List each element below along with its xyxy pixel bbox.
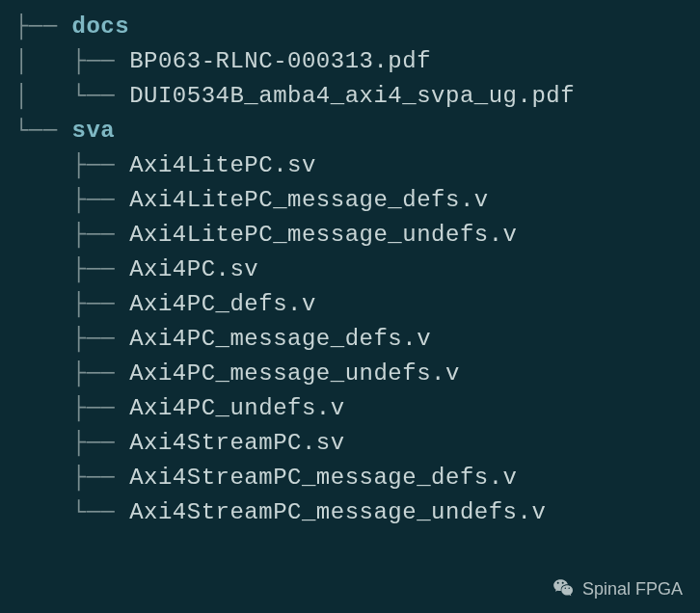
tree-connector: ├── xyxy=(0,395,129,421)
file-label: Axi4LitePC.sv xyxy=(129,152,316,178)
tree-file: ├── Axi4LitePC_message_undefs.v xyxy=(0,218,700,253)
tree-file: ├── Axi4PC_message_defs.v xyxy=(0,322,700,357)
file-label: Axi4PC_message_defs.v xyxy=(129,326,431,352)
tree-connector: ├── xyxy=(0,13,72,40)
tree-file: ├── Axi4PC_message_undefs.v xyxy=(0,357,700,391)
tree-connector: │ ├── xyxy=(0,48,129,74)
file-label: Axi4PC_defs.v xyxy=(129,291,316,317)
tree-file: ├── Axi4LitePC.sv xyxy=(0,148,700,183)
tree-connector: ├── xyxy=(0,222,129,248)
tree-connector: ├── xyxy=(0,256,129,282)
tree-file: │ ├── BP063-RLNC-000313.pdf xyxy=(0,44,700,79)
tree-file: ├── Axi4PC_defs.v xyxy=(0,287,700,322)
file-label: Axi4PC_undefs.v xyxy=(129,395,345,421)
file-label: DUI0534B_amba4_axi4_svpa_ug.pdf xyxy=(129,83,575,109)
tree-connector: │ └── xyxy=(0,83,129,109)
wechat-icon xyxy=(552,576,577,601)
file-label: Axi4StreamPC.sv xyxy=(129,430,345,456)
tree-connector: ├── xyxy=(0,326,129,352)
tree-file: └── Axi4StreamPC_message_undefs.v xyxy=(0,495,700,530)
file-label: Axi4StreamPC_message_defs.v xyxy=(129,465,517,491)
tree-file: ├── Axi4StreamPC_message_defs.v xyxy=(0,461,700,495)
file-label: Axi4StreamPC_message_undefs.v xyxy=(129,499,546,525)
tree-connector: └── xyxy=(0,118,72,144)
tree-file: ├── Axi4PC.sv xyxy=(0,253,700,287)
tree-file: ├── Axi4PC_undefs.v xyxy=(0,391,700,426)
tree-dir: ├── docs xyxy=(0,10,700,44)
tree-connector: ├── xyxy=(0,187,129,213)
watermark-text: Spinal FPGA xyxy=(582,579,683,600)
tree-connector: ├── xyxy=(0,360,129,386)
tree-file: │ └── DUI0534B_amba4_axi4_svpa_ug.pdf xyxy=(0,79,700,114)
dir-label: sva xyxy=(72,118,116,144)
file-label: Axi4LitePC_message_defs.v xyxy=(129,187,489,213)
file-label: Axi4PC.sv xyxy=(129,256,258,282)
file-label: Axi4LitePC_message_undefs.v xyxy=(129,222,517,248)
tree-file: ├── Axi4LitePC_message_defs.v xyxy=(0,183,700,218)
tree-dir: └── sva xyxy=(0,114,700,148)
file-label: BP063-RLNC-000313.pdf xyxy=(129,48,431,74)
watermark: Spinal FPGA xyxy=(552,576,683,601)
tree-connector: ├── xyxy=(0,152,129,178)
dir-label: docs xyxy=(72,13,130,40)
file-tree: ├── docs │ ├── BP063-RLNC-000313.pdf │ └… xyxy=(0,10,700,530)
tree-file: ├── Axi4StreamPC.sv xyxy=(0,426,700,461)
tree-connector: ├── xyxy=(0,430,129,456)
tree-connector: ├── xyxy=(0,291,129,317)
file-label: Axi4PC_message_undefs.v xyxy=(129,360,460,386)
tree-connector: ├── xyxy=(0,465,129,491)
tree-connector: └── xyxy=(0,499,129,525)
